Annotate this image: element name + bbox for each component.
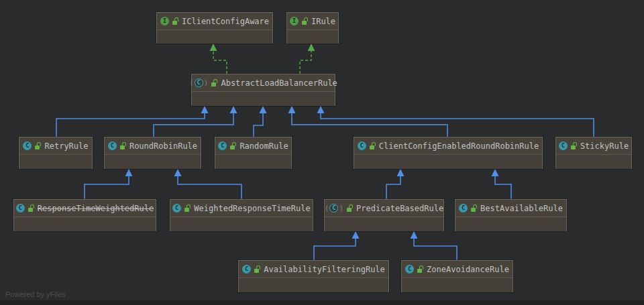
- node-members-section: [354, 155, 542, 169]
- class-icon: C: [358, 141, 366, 150]
- class-name-label: AbstractLoadBalancerRule: [221, 78, 337, 88]
- class-node-roundrobinrule[interactable]: CRoundRobinRule: [104, 137, 201, 169]
- extends-arrowhead: [317, 106, 325, 113]
- abstract-paren: ): [339, 204, 343, 212]
- abstract-class-icon: (C): [325, 204, 343, 212]
- interface-icon: I: [290, 17, 299, 25]
- class-node-bestavailablerule[interactable]: CBestAvailableRule: [455, 199, 567, 231]
- extends-edge-responsetimeweightedrule[interactable]: [85, 176, 129, 199]
- class-name-label: IRule: [311, 17, 335, 26]
- node-members-section: [556, 155, 631, 169]
- public-unlocked-padlock-icon: [571, 142, 577, 150]
- public-unlocked-padlock-icon: [184, 204, 191, 212]
- abstract-class-glyph: C: [195, 78, 203, 87]
- class-name-label: StickyRule: [580, 141, 629, 151]
- class-icon: C: [23, 141, 32, 150]
- extends-edge-availabilityfilteringrule[interactable]: [314, 238, 356, 260]
- class-node-retryrule[interactable]: CRetryRule: [19, 137, 93, 169]
- extends-edge-predicatebasedrule[interactable]: [386, 176, 400, 199]
- node-title-bar: CClientConfigEnabledRoundRobinRule: [354, 137, 542, 155]
- node-members-section: [157, 30, 272, 44]
- extends-arrowhead: [174, 169, 182, 176]
- extends-arrowhead: [288, 106, 296, 113]
- class-icon: C: [242, 265, 251, 273]
- class-node-irule[interactable]: IIRule: [286, 12, 339, 44]
- extends-arrowhead: [492, 169, 499, 176]
- class-node-predicatebasedrule[interactable]: (C)PredicateBasedRule: [324, 199, 444, 231]
- abstract-paren: ): [204, 79, 209, 86]
- bottom-strip: [0, 300, 644, 305]
- class-node-zoneavoidancerule[interactable]: CZoneAvoidanceRule: [401, 260, 513, 292]
- extends-edge-bestavailablerule[interactable]: [495, 176, 511, 199]
- class-icon: C: [218, 141, 227, 150]
- node-members-section: [325, 217, 443, 231]
- node-members-section: [287, 30, 338, 44]
- class-icon: C: [172, 204, 181, 212]
- class-name-label: ResponseTimeWeightedRule: [38, 204, 154, 213]
- public-unlocked-padlock-icon: [417, 265, 423, 273]
- class-name-label: IClientConfigAware: [182, 17, 269, 26]
- node-members-section: [192, 92, 335, 106]
- extends-arrowhead: [397, 169, 405, 176]
- class-node-randomrule[interactable]: CRandomRule: [215, 137, 292, 169]
- class-node-abstractloadbalancerrule[interactable]: (C)AbstractLoadBalancerRule: [191, 74, 335, 106]
- extends-edge-roundrobinrule[interactable]: [154, 113, 233, 137]
- public-unlocked-padlock-icon: [254, 265, 260, 273]
- class-node-stickyrule[interactable]: CStickyRule: [555, 137, 632, 169]
- node-title-bar: CRoundRobinRule: [105, 137, 201, 155]
- class-name-label: BestAvailableRule: [480, 204, 563, 213]
- class-icon: C: [16, 204, 25, 212]
- interface-icon: I: [160, 17, 169, 25]
- abstract-class-glyph: C: [329, 204, 338, 212]
- class-icon: C: [559, 141, 568, 150]
- node-members-section: [105, 155, 201, 169]
- inheritance-edge-layer: [0, 0, 644, 305]
- node-members-section: [239, 278, 388, 292]
- class-name-label: ZoneAvoidanceRule: [427, 265, 509, 274]
- class-name-label: ClientConfigEnabledRoundRobinRule: [379, 141, 539, 151]
- public-unlocked-padlock-icon: [471, 204, 477, 212]
- class-node-responsetimeweightedrule[interactable]: CResponseTimeWeightedRule: [13, 199, 156, 231]
- node-title-bar: CZoneAvoidanceRule: [402, 261, 513, 278]
- uml-diagram-canvas: IIClientConfigAwareIIRule(C)AbstractLoad…: [0, 0, 644, 305]
- node-title-bar: CRandomRule: [215, 137, 291, 155]
- public-unlocked-padlock-icon: [230, 142, 236, 150]
- public-unlocked-padlock-icon: [172, 17, 178, 25]
- extends-arrowhead: [352, 231, 360, 239]
- implements-edge-abstractloadbalancerrule[interactable]: [300, 50, 311, 74]
- implements-edge-abstractloadbalancerrule[interactable]: [213, 50, 227, 74]
- node-title-bar: CStickyRule: [556, 137, 631, 155]
- extends-edge-weightedresponsetimerule[interactable]: [178, 176, 241, 199]
- class-icon: C: [108, 141, 117, 150]
- implements-arrowhead: [308, 44, 315, 51]
- node-members-section: [215, 155, 291, 169]
- node-title-bar: IIClientConfigAware: [157, 13, 272, 30]
- extends-arrowhead: [411, 231, 418, 239]
- class-node-availabilityfilteringrule[interactable]: CAvailabilityFilteringRule: [238, 260, 389, 292]
- class-node-weightedresponsetimerule[interactable]: CWeightedResponseTimeRule: [170, 199, 313, 231]
- extends-arrowhead: [125, 169, 133, 176]
- extends-edge-zoneavoidancerule[interactable]: [414, 238, 457, 260]
- extends-arrowhead: [260, 106, 267, 113]
- abstract-class-icon: (C): [189, 78, 208, 87]
- extends-edge-randomrule[interactable]: [254, 113, 263, 137]
- node-title-bar: (C)PredicateBasedRule: [325, 200, 443, 217]
- abstract-paren: (: [325, 204, 329, 212]
- public-unlocked-padlock-icon: [211, 79, 217, 87]
- extends-edge-clientconfigenabledroundrobinrule[interactable]: [292, 113, 447, 137]
- class-node-iclientconfigaware[interactable]: IIClientConfigAware: [156, 12, 273, 44]
- class-name-label: RandomRule: [239, 141, 288, 151]
- node-title-bar: CResponseTimeWeightedRule: [14, 200, 156, 217]
- implements-arrowhead: [210, 44, 217, 51]
- class-name-label: RoundRobinRule: [129, 141, 197, 151]
- powered-by-yfiles-label: Powered by yFiles: [5, 290, 66, 298]
- node-title-bar: IIRule: [287, 13, 338, 30]
- class-name-label: PredicateBasedRule: [356, 204, 443, 213]
- node-members-section: [402, 278, 513, 292]
- class-node-clientconfigenabledroundrobinrule[interactable]: CClientConfigEnabledRoundRobinRule: [354, 137, 543, 169]
- node-title-bar: (C)AbstractLoadBalancerRule: [192, 74, 335, 92]
- class-icon: C: [459, 204, 468, 212]
- node-members-section: [170, 217, 313, 231]
- class-name-label: RetryRule: [44, 141, 88, 151]
- public-unlocked-padlock-icon: [28, 204, 34, 212]
